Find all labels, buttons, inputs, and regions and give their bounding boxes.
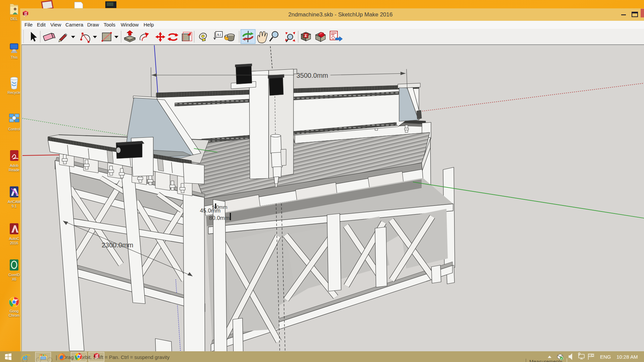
svg-text:3500.0mm: 3500.0mm	[297, 72, 328, 79]
svg-text:80.0mm: 80.0mm	[209, 215, 229, 221]
svg-text:10:28 AM: 10:28 AM	[616, 354, 638, 360]
svg-text:45.0mm: 45.0mm	[200, 207, 220, 214]
svg-text:ENG: ENG	[600, 354, 611, 360]
svg-text:e: e	[22, 352, 28, 362]
svg-text:|: |	[56, 355, 57, 360]
svg-text:Measurements: Measurements	[529, 359, 562, 362]
svg-text:A1: A1	[217, 33, 221, 37]
svg-text:2300.0mm: 2300.0mm	[102, 241, 133, 249]
